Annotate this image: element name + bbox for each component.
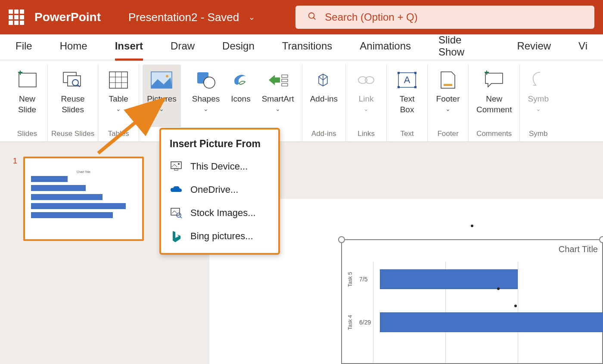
resize-handle[interactable] bbox=[599, 236, 603, 243]
pictures-icon bbox=[150, 68, 173, 92]
stock-images-icon bbox=[170, 207, 183, 219]
app-launcher-icon[interactable] bbox=[9, 9, 24, 25]
group-reuse-slides: Reuse Slides Reuse Slides bbox=[48, 65, 98, 142]
ribbon: New Slide Slides Reuse Slides Reuse Slid… bbox=[0, 60, 603, 142]
shapes-icon bbox=[196, 68, 216, 92]
search-input[interactable] bbox=[325, 11, 582, 23]
svg-rect-6 bbox=[68, 76, 81, 86]
addins-button[interactable]: Add-ins bbox=[306, 65, 342, 127]
chart-title: Chart Title bbox=[559, 244, 598, 254]
reuse-slides-icon bbox=[62, 68, 84, 92]
textbox-button[interactable]: A Text Box bbox=[390, 65, 424, 127]
reuse-slides-button[interactable]: Reuse Slides bbox=[51, 65, 94, 127]
group-tables: Table ⌄ Tables bbox=[98, 65, 139, 142]
tab-draw[interactable]: Draw bbox=[171, 40, 195, 55]
chart-category-label: Task 5 bbox=[347, 272, 353, 287]
shapes-button[interactable]: Shapes ⌄ bbox=[188, 65, 224, 127]
svg-line-1 bbox=[314, 18, 316, 20]
svg-marker-18 bbox=[269, 75, 280, 85]
dropdown-item-onedrive[interactable]: OneDrive... bbox=[161, 178, 278, 201]
document-title[interactable]: Presentation2 - Saved ⌄ bbox=[128, 11, 255, 24]
edit-handle-dot bbox=[497, 287, 500, 290]
dropdown-item-bing-pictures[interactable]: Bing pictures... bbox=[161, 225, 278, 248]
edit-handle-dot bbox=[514, 305, 517, 307]
slide-number: 1 bbox=[13, 157, 17, 166]
svg-point-17 bbox=[204, 77, 215, 88]
svg-rect-25 bbox=[398, 72, 400, 74]
icons-icon bbox=[231, 68, 250, 92]
tab-review[interactable]: Review bbox=[517, 40, 551, 55]
table-icon bbox=[109, 68, 128, 92]
dropdown-item-stock-images[interactable]: Stock Images... bbox=[161, 201, 278, 225]
dropdown-title: Insert Picture From bbox=[161, 135, 278, 155]
tab-design[interactable]: Design bbox=[222, 40, 255, 55]
svg-rect-28 bbox=[414, 86, 417, 88]
dropdown-item-this-device[interactable]: This Device... bbox=[161, 155, 278, 178]
svg-rect-21 bbox=[282, 83, 288, 86]
svg-rect-35 bbox=[171, 162, 181, 169]
document-title-text: Presentation2 - Saved bbox=[128, 11, 239, 24]
smartart-button[interactable]: SmartArt ⌄ bbox=[258, 65, 298, 127]
svg-rect-9 bbox=[109, 72, 127, 88]
group-links: Link ⌄ Links bbox=[346, 65, 387, 142]
group-comments: New Comment Comments bbox=[469, 65, 520, 142]
svg-rect-26 bbox=[414, 72, 417, 74]
group-text: A Text Box Text bbox=[387, 65, 428, 142]
title-bar: PowerPoint Presentation2 - Saved ⌄ bbox=[0, 0, 603, 34]
group-symbols: Symb ⌄ Symb bbox=[520, 65, 556, 142]
dropdown-item-label: Bing pictures... bbox=[190, 231, 253, 242]
tab-insert[interactable]: Insert bbox=[115, 40, 143, 55]
table-button[interactable]: Table ⌄ bbox=[102, 65, 135, 127]
search-box[interactable] bbox=[295, 6, 594, 29]
svg-rect-19 bbox=[282, 75, 288, 77]
chevron-down-icon: ⌄ bbox=[445, 105, 451, 112]
svg-point-36 bbox=[178, 163, 180, 165]
pictures-button[interactable]: Pictures ⌄ bbox=[143, 65, 181, 127]
svg-point-0 bbox=[309, 13, 314, 19]
svg-rect-30 bbox=[444, 84, 452, 86]
rotate-handle[interactable] bbox=[471, 225, 473, 227]
new-comment-button[interactable]: New Comment bbox=[472, 65, 516, 127]
svg-text:A: A bbox=[404, 74, 410, 85]
svg-point-15 bbox=[166, 75, 168, 77]
tab-view[interactable]: Vi bbox=[578, 40, 587, 55]
chart-object-selected[interactable]: Chart Title Task 5 7/5 Task 4 6/29 bbox=[341, 239, 603, 364]
tab-home[interactable]: Home bbox=[60, 40, 87, 55]
tab-transitions[interactable]: Transitions bbox=[282, 40, 332, 55]
link-icon bbox=[356, 68, 376, 92]
chevron-down-icon: ⌄ bbox=[249, 12, 255, 22]
chart-bar-row: Task 5 7/5 bbox=[347, 269, 518, 289]
new-slide-icon bbox=[16, 68, 38, 92]
dropdown-item-label: Stock Images... bbox=[190, 207, 256, 219]
chevron-down-icon: ⌄ bbox=[116, 105, 121, 112]
new-slide-button[interactable]: New Slide bbox=[10, 65, 44, 127]
chevron-down-icon: ⌄ bbox=[536, 105, 541, 112]
app-name: PowerPoint bbox=[34, 10, 101, 24]
tab-animations[interactable]: Animations bbox=[360, 40, 411, 55]
smartart-icon bbox=[267, 68, 289, 92]
resize-handle[interactable] bbox=[338, 236, 345, 243]
slide-thumbnail[interactable]: Chart Title bbox=[23, 157, 144, 241]
tab-slideshow[interactable]: Slide Show bbox=[438, 34, 489, 61]
chart-bar-row: Task 4 6/29 bbox=[347, 312, 603, 332]
omega-icon bbox=[530, 68, 547, 92]
chart-date-label: 6/29 bbox=[359, 319, 374, 326]
device-icon bbox=[170, 160, 183, 173]
onedrive-icon bbox=[170, 183, 183, 196]
svg-rect-2 bbox=[19, 73, 36, 87]
chart-bar bbox=[380, 269, 518, 289]
chevron-down-icon: ⌄ bbox=[275, 105, 280, 112]
svg-rect-20 bbox=[282, 79, 288, 82]
icons-button[interactable]: Icons bbox=[227, 65, 255, 127]
chevron-down-icon: ⌄ bbox=[364, 105, 369, 112]
link-button: Link ⌄ bbox=[349, 65, 383, 127]
footer-button[interactable]: Footer ⌄ bbox=[431, 65, 465, 127]
footer-icon bbox=[438, 68, 457, 92]
bing-icon bbox=[170, 230, 183, 243]
group-addins: Add-ins Add-ins bbox=[302, 65, 346, 142]
textbox-icon: A bbox=[396, 68, 418, 92]
group-slides: New Slide Slides bbox=[7, 65, 48, 142]
svg-line-40 bbox=[180, 216, 182, 218]
chart-category-label: Task 4 bbox=[347, 315, 353, 330]
tab-file[interactable]: File bbox=[16, 40, 32, 55]
